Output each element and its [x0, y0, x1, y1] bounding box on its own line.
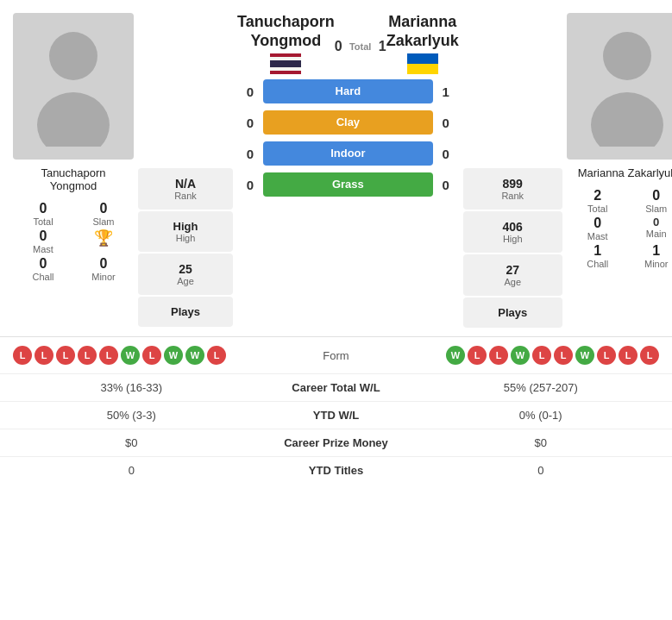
grass-button[interactable]: Grass	[263, 172, 433, 197]
grass-row: 0 Grass 0	[237, 172, 459, 197]
stats-center-label: Career Total W/L	[250, 381, 423, 394]
surface-rows: 0 Hard 1 0 Clay 0 0 Indoor 0 0 Grass	[237, 79, 459, 200]
form-badge: W	[185, 346, 204, 365]
right-minor-stat: 1 Minor	[632, 243, 672, 269]
form-badge: L	[640, 346, 659, 365]
form-badge: W	[121, 346, 140, 365]
form-badge: L	[489, 346, 508, 365]
left-high-box: High High	[138, 211, 233, 252]
main-container: Tanuchaporn Yongmod 0 Total 0 Slam 0 Mas…	[0, 0, 672, 484]
left-player-name: Tanuchaporn Yongmod	[41, 166, 105, 192]
form-badge: L	[56, 346, 75, 365]
form-badge: L	[13, 346, 32, 365]
total-scores: 0 Total 1	[335, 13, 386, 74]
hard-button[interactable]: Hard	[263, 79, 433, 103]
stats-row: $0 Career Prize Money $0	[0, 429, 672, 456]
left-rank-box: N/A Rank	[138, 168, 233, 210]
form-badge: W	[575, 346, 594, 365]
form-badge: L	[207, 346, 226, 365]
left-chall-stat: 0 Chall	[22, 256, 65, 282]
stats-left-value: 33% (16-33)	[13, 381, 250, 394]
stats-left-value: 0	[13, 464, 250, 477]
comparison-layout: Tanuchaporn Yongmod 0 Total 0 Slam 0 Mas…	[0, 0, 672, 336]
left-player-avatar	[13, 13, 134, 160]
svg-rect-5	[407, 53, 438, 64]
left-info-boxes: N/A Rank High High 25 Age Plays	[138, 13, 233, 328]
right-slam-stat: 0 Slam	[632, 188, 672, 214]
form-row: LLLLLWLWWL Form WLLWLLWLLL	[13, 346, 659, 365]
left-minor-stat: 0 Minor	[82, 256, 125, 282]
left-age-box: 25 Age	[138, 254, 233, 295]
ukraine-flag-icon	[407, 53, 438, 74]
stats-right-value: $0	[423, 436, 660, 449]
stats-center-label: YTD W/L	[250, 409, 423, 422]
left-mast-stat: 0 Mast	[22, 229, 65, 254]
left-player-header: Tanuchaporn Yongmod	[237, 13, 335, 74]
form-badge: L	[619, 346, 637, 365]
indoor-button[interactable]: Indoor	[263, 141, 433, 166]
svg-point-7	[603, 32, 651, 80]
left-slam-stat: 0 Slam	[82, 201, 125, 227]
right-high-box: 406 High	[463, 211, 562, 253]
form-badge: W	[511, 346, 530, 365]
form-badge: L	[99, 346, 118, 365]
svg-rect-4	[270, 60, 301, 67]
svg-rect-6	[407, 64, 438, 74]
center-column: Tanuchaporn Yongmod 0 Total	[237, 13, 459, 328]
form-badge: L	[468, 346, 487, 365]
stats-left-value: $0	[13, 436, 250, 449]
right-total-stat: 2 Total	[574, 188, 622, 214]
left-player-col: Tanuchaporn Yongmod 0 Total 0 Slam 0 Mas…	[13, 13, 134, 328]
right-player-avatar	[567, 13, 672, 160]
form-badge: L	[142, 346, 161, 365]
form-badge: L	[78, 346, 97, 365]
form-section: LLLLLWLWWL Form WLLWLLWLLL	[0, 336, 672, 373]
right-plays-box: Plays	[463, 297, 562, 328]
form-label: Form	[302, 349, 371, 362]
stats-right-value: 0% (0-1)	[423, 409, 660, 422]
stats-center-label: YTD Titles	[250, 464, 423, 477]
right-form-badges: WLLWLLWLLL	[375, 346, 660, 365]
svg-point-0	[49, 32, 97, 80]
left-form-badges: LLLLLWLWWL	[13, 346, 298, 365]
stats-row: 33% (16-33) Career Total W/L 55% (257-20…	[0, 373, 672, 401]
right-mast-stat: 0 Mast	[574, 216, 622, 241]
right-rank-box: 899 Rank	[463, 168, 562, 210]
stats-center-label: Career Prize Money	[250, 436, 423, 449]
form-badge: W	[446, 346, 465, 365]
stats-row: 50% (3-3) YTD W/L 0% (0-1)	[0, 401, 672, 429]
right-player-col: Marianna Zakarlyuk 2 Total 0 Slam 0 Mast…	[567, 13, 672, 328]
indoor-row: 0 Indoor 0	[237, 141, 459, 166]
left-plays-box: Plays	[138, 297, 233, 327]
clay-row: 0 Clay 0	[237, 110, 459, 135]
hard-row: 0 Hard 1	[237, 79, 459, 103]
stats-right-value: 55% (257-207)	[423, 381, 660, 394]
stats-right-value: 0	[423, 464, 660, 477]
clay-button[interactable]: Clay	[263, 110, 433, 135]
form-badge: W	[164, 346, 183, 365]
right-player-header: Marianna Zakarlyuk	[386, 13, 459, 74]
right-chall-stat: 1 Chall	[574, 243, 622, 269]
stats-row: 0 YTD Titles 0	[0, 456, 672, 484]
svg-point-1	[37, 92, 110, 147]
left-total-stat: 0 Total	[22, 201, 65, 227]
stats-left-value: 50% (3-3)	[13, 409, 250, 422]
right-age-box: 27 Age	[463, 254, 562, 296]
thailand-flag-icon	[270, 53, 301, 74]
form-badge: L	[554, 346, 573, 365]
stats-table: 33% (16-33) Career Total W/L 55% (257-20…	[0, 373, 672, 484]
right-info-boxes: 899 Rank 406 High 27 Age Plays	[463, 13, 562, 328]
svg-point-8	[591, 92, 663, 147]
form-badge: L	[532, 346, 551, 365]
form-badge: L	[35, 346, 53, 365]
right-player-name: Marianna Zakarlyuk	[578, 166, 672, 179]
form-badge: L	[597, 346, 616, 365]
